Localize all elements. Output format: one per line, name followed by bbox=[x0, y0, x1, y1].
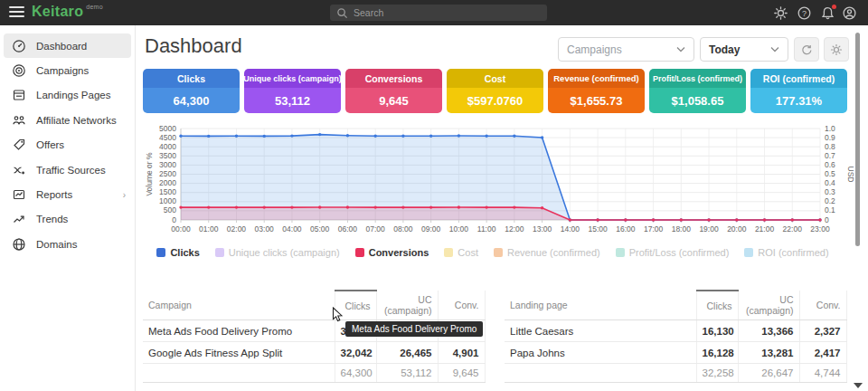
column-header-uc-campaign[interactable]: UC (campaign) bbox=[376, 291, 438, 320]
chevron-down-icon bbox=[676, 46, 685, 52]
svg-text:16:00: 16:00 bbox=[616, 224, 636, 234]
svg-text:19:00: 19:00 bbox=[699, 224, 719, 234]
app-logo[interactable]: Keitarodemo bbox=[32, 4, 103, 20]
svg-text:22:00: 22:00 bbox=[783, 224, 803, 234]
stat-card-label: Unique clicks (campaign) bbox=[244, 69, 341, 88]
landing-page-name[interactable]: Papa Johns bbox=[505, 342, 696, 364]
mouse-cursor bbox=[332, 307, 344, 323]
legend-swatch bbox=[494, 248, 503, 257]
stat-card-value: 64,300 bbox=[143, 88, 240, 113]
chevron-right-icon: › bbox=[123, 190, 126, 200]
svg-text:13:00: 13:00 bbox=[533, 224, 552, 234]
stat-card-label: Revenue (confirmed) bbox=[548, 69, 645, 88]
svg-text:4500: 4500 bbox=[159, 133, 176, 142]
legend-item-revenue[interactable]: Revenue (confirmed) bbox=[494, 247, 600, 258]
svg-text:01:00: 01:00 bbox=[199, 224, 219, 234]
column-header-conv[interactable]: Conv. bbox=[438, 291, 485, 320]
search-input[interactable] bbox=[354, 7, 534, 18]
global-search[interactable] bbox=[330, 5, 547, 21]
refresh-button[interactable] bbox=[794, 37, 819, 62]
dashboard-gauge-icon bbox=[12, 39, 26, 53]
svg-text:4000: 4000 bbox=[159, 142, 176, 151]
column-header-landing-page[interactable]: Landing page bbox=[505, 291, 696, 320]
stat-card-value: $1,058.65 bbox=[649, 88, 746, 113]
sidebar-item-dashboard[interactable]: Dashboard bbox=[4, 33, 131, 58]
stat-card-revenue: Revenue (confirmed) $1,655.73 bbox=[548, 69, 645, 113]
svg-text:3000: 3000 bbox=[159, 160, 176, 169]
svg-text:5000: 5000 bbox=[159, 124, 176, 133]
stat-card-label: Cost bbox=[447, 69, 543, 88]
column-header-clicks[interactable]: Clicks bbox=[696, 291, 738, 320]
column-header-uc-campaign[interactable]: UC (campaign) bbox=[738, 291, 799, 320]
date-range-select[interactable]: Today bbox=[700, 37, 788, 62]
svg-text:00:00: 00:00 bbox=[171, 224, 191, 234]
svg-text:1.0: 1.0 bbox=[825, 124, 835, 133]
stat-card-conversions: Conversions 9,645 bbox=[345, 69, 442, 113]
sidebar-item-landings-pages[interactable]: Landings Pages bbox=[0, 83, 135, 108]
campaigns-filter-select[interactable]: Campaigns bbox=[558, 37, 694, 62]
topbar: Keitarodemo ? bbox=[0, 0, 868, 25]
campaign-name[interactable]: Meta Ads Food Delivery Promo bbox=[143, 320, 335, 342]
account-icon[interactable] bbox=[842, 5, 857, 21]
svg-text:14:00: 14:00 bbox=[561, 224, 580, 234]
svg-text:21:00: 21:00 bbox=[755, 224, 775, 234]
chevron-down-icon bbox=[770, 46, 779, 52]
sidebar-item-trends[interactable]: Trends bbox=[0, 207, 135, 232]
landing-pages-table: Landing page Clicks UC (campaign) Conv. … bbox=[505, 290, 847, 383]
stat-card-value: $597.0760 bbox=[447, 88, 543, 113]
traffic-chart: 005000.110000.215000.320000.425000.53000… bbox=[140, 120, 854, 242]
landing-page-name[interactable]: Little Caesars bbox=[505, 320, 696, 342]
notifications-bell-icon[interactable] bbox=[820, 5, 835, 21]
svg-text:12:00: 12:00 bbox=[505, 224, 524, 234]
sidebar-item-traffic-sources[interactable]: Traffic Sources bbox=[0, 157, 135, 182]
svg-text:18:00: 18:00 bbox=[672, 224, 692, 234]
scrollbar-thumb[interactable] bbox=[855, 33, 860, 246]
table-totals-row: 32,258 26,647 4,744 bbox=[505, 364, 846, 383]
svg-text:0: 0 bbox=[172, 215, 176, 224]
column-header-conv[interactable]: Conv. bbox=[799, 291, 846, 320]
legend-item-roi[interactable]: ROI (confirmed) bbox=[744, 247, 828, 258]
sidebar-item-affiliate-networks[interactable]: Affiliate Networks bbox=[0, 108, 135, 132]
column-header-campaign[interactable]: Campaign bbox=[143, 291, 335, 320]
svg-text:05:00: 05:00 bbox=[310, 224, 330, 234]
svg-text:07:00: 07:00 bbox=[366, 224, 386, 234]
settings-gear-icon[interactable] bbox=[773, 5, 788, 21]
stat-card-value: 9,645 bbox=[345, 88, 442, 113]
landing-pages-icon bbox=[12, 88, 26, 102]
svg-text:23:00: 23:00 bbox=[810, 224, 830, 234]
svg-text:17:00: 17:00 bbox=[644, 224, 664, 234]
help-icon[interactable]: ? bbox=[797, 5, 812, 21]
legend-item-clicks[interactable]: Clicks bbox=[156, 247, 199, 258]
svg-text:0.9: 0.9 bbox=[825, 133, 835, 142]
svg-text:11:00: 11:00 bbox=[477, 224, 496, 234]
legend-item-profit-loss[interactable]: Profit/Loss (confirmed) bbox=[616, 247, 730, 258]
sidebar-item-campaigns[interactable]: Campaigns bbox=[0, 58, 135, 82]
stat-card-label: Profit/Loss (confirmed) bbox=[649, 69, 746, 88]
table-header-row: Landing page Clicks UC (campaign) Conv. bbox=[505, 291, 846, 320]
sidebar-item-reports[interactable]: Reports › bbox=[0, 182, 135, 206]
chart-canvas: 005000.110000.215000.320000.425000.53000… bbox=[140, 120, 854, 242]
svg-text:20:00: 20:00 bbox=[727, 224, 747, 234]
legend-item-conversions[interactable]: Conversions bbox=[355, 247, 429, 258]
svg-text:04:00: 04:00 bbox=[282, 224, 302, 234]
sidebar-item-domains[interactable]: Domains bbox=[0, 232, 135, 256]
dashboard-settings-button[interactable] bbox=[824, 37, 849, 62]
campaign-name[interactable]: Google Ads Fitness App Split bbox=[143, 342, 335, 364]
stat-card-cost: Cost $597.0760 bbox=[447, 69, 543, 113]
stat-card-value: 177.31% bbox=[750, 88, 847, 113]
sidebar-item-offers[interactable]: Offers bbox=[0, 133, 135, 157]
table-row: Little Caesars 16,130 13,366 2,327 bbox=[505, 320, 846, 342]
svg-text:09:00: 09:00 bbox=[421, 224, 441, 234]
svg-text:1000: 1000 bbox=[159, 196, 176, 205]
stat-card-label: Clicks bbox=[143, 69, 240, 88]
legend-item-cost[interactable]: Cost bbox=[444, 247, 478, 258]
scroll-down-indicator[interactable] bbox=[854, 383, 863, 388]
hamburger-menu-icon[interactable] bbox=[9, 6, 24, 18]
svg-text:0.5: 0.5 bbox=[825, 169, 835, 178]
gear-icon bbox=[830, 43, 843, 56]
svg-text:0.4: 0.4 bbox=[825, 178, 835, 187]
legend-item-unique-clicks[interactable]: Unique clicks (campaign) bbox=[215, 247, 340, 258]
legend-swatch bbox=[744, 248, 753, 257]
svg-text:0.3: 0.3 bbox=[825, 187, 835, 196]
svg-text:500: 500 bbox=[164, 205, 176, 215]
